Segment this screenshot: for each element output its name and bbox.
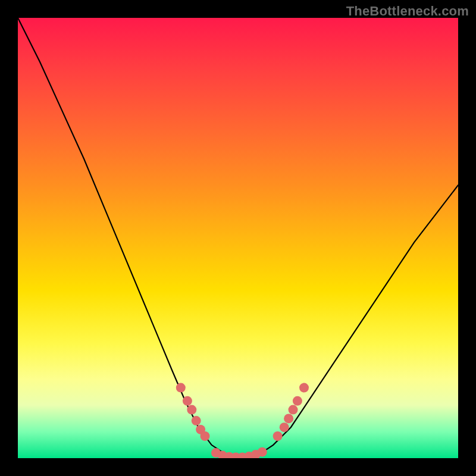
data-point xyxy=(183,396,192,406)
plot-area xyxy=(18,18,458,458)
chart-frame: TheBottleneck.com xyxy=(0,0,476,476)
data-point xyxy=(273,431,283,441)
bottleneck-curve xyxy=(18,18,458,458)
data-point xyxy=(187,405,196,415)
data-point xyxy=(280,422,289,432)
data-point xyxy=(299,383,309,393)
data-point xyxy=(176,383,186,393)
data-point xyxy=(293,396,302,406)
data-point xyxy=(201,431,210,441)
data-point xyxy=(284,414,293,423)
chart-svg xyxy=(18,18,458,458)
data-point xyxy=(192,416,201,425)
data-point xyxy=(258,447,267,457)
data-point xyxy=(289,405,298,415)
data-points xyxy=(176,383,309,458)
watermark-text: TheBottleneck.com xyxy=(346,4,469,19)
